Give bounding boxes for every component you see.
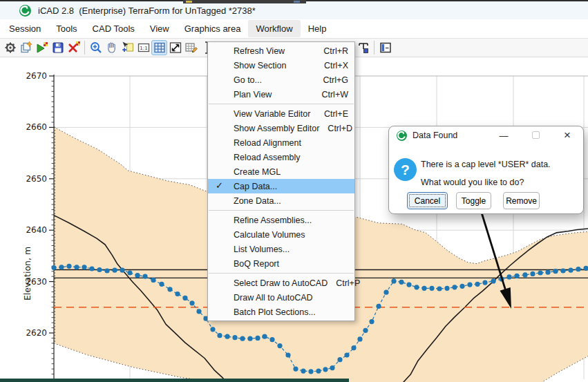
menu-item-label: Go to... bbox=[234, 75, 262, 85]
menu-item-label: Refine Assemblies... bbox=[234, 216, 312, 225]
menu-item-label: Show Section bbox=[234, 61, 286, 70]
taskbar-strip bbox=[0, 379, 349, 382]
dialog-message-line1: There is a cap level *USER* data. bbox=[421, 160, 551, 169]
menu-item-shortcut: Ctrl+R bbox=[315, 46, 348, 56]
data-found-dialog: Data Found — × ? There is a cap level *U… bbox=[388, 126, 584, 214]
menu-item-label: View Variable Editor bbox=[234, 109, 310, 119]
menu-item-label: Show Assembly Editor bbox=[234, 124, 319, 133]
menu-item-shortcut: Ctrl+E bbox=[316, 109, 348, 119]
menu-item-plan-view[interactable]: Plan ViewCtrl+W bbox=[208, 87, 354, 102]
menu-item-label: Plan View bbox=[234, 90, 272, 99]
menu-separator bbox=[209, 104, 354, 104]
maximize-icon bbox=[520, 131, 551, 141]
menu-item-label: Zone Data... bbox=[234, 196, 281, 206]
fragment-speck bbox=[186, 1, 192, 3]
svg-text:2640: 2640 bbox=[26, 225, 47, 235]
menu-item-shortcut: Ctrl+D bbox=[319, 124, 352, 133]
dialog-title: Data Found bbox=[412, 131, 457, 140]
menu-item-reload-alignment[interactable]: Reload Alignment bbox=[208, 135, 354, 150]
menu-separator bbox=[209, 273, 354, 274]
menu-item-list-volumes[interactable]: List Volumes... bbox=[208, 242, 354, 256]
menu-item-reload-assembly[interactable]: Reload Assembly bbox=[208, 150, 354, 164]
menu-item-label: Batch Plot Sections... bbox=[234, 307, 316, 317]
menu-item-label: Cap Data... bbox=[234, 182, 277, 191]
cancel-button[interactable]: Cancel bbox=[407, 192, 448, 209]
dialog-title-bar[interactable]: Data Found — × bbox=[389, 126, 583, 144]
menu-item-label: List Volumes... bbox=[234, 245, 290, 254]
app-icon bbox=[397, 131, 407, 141]
menu-item-boq-report[interactable]: BoQ Report bbox=[208, 256, 354, 271]
menu-item-label: Create MGL bbox=[234, 167, 281, 177]
menu-item-go-to[interactable]: Go to...Ctrl+G bbox=[208, 73, 354, 87]
menu-item-refresh-view[interactable]: Refresh ViewCtrl+R bbox=[208, 44, 354, 58]
menu-item-create-mgl[interactable]: Create MGL bbox=[208, 164, 354, 179]
menu-item-label: BoQ Report bbox=[234, 259, 279, 269]
menu-item-batch-plot-sections[interactable]: Batch Plot Sections... bbox=[208, 305, 354, 319]
svg-text:2620: 2620 bbox=[26, 328, 47, 338]
menu-item-refine-assemblies[interactable]: Refine Assemblies... bbox=[208, 213, 354, 227]
menu-item-shortcut: Ctrl+G bbox=[315, 75, 348, 85]
menu-item-view-variable-editor[interactable]: View Variable EditorCtrl+E bbox=[208, 106, 354, 121]
remove-button[interactable]: Remove bbox=[503, 192, 540, 209]
menu-separator bbox=[209, 210, 354, 211]
menu-item-select-draw-to-autocad[interactable]: Select Draw to AutoCADCtrl+P bbox=[208, 276, 354, 290]
svg-text:2670: 2670 bbox=[26, 71, 47, 81]
menu-item-zone-data[interactable]: Zone Data... bbox=[208, 193, 354, 208]
menu-item-shortcut: Ctrl+X bbox=[316, 61, 348, 70]
svg-text:2650: 2650 bbox=[26, 174, 47, 184]
menu-item-label: Draw All to AutoCAD bbox=[234, 293, 313, 303]
app-window: 267026602650264026302620Elevation, m iCA… bbox=[0, 0, 588, 382]
menu-item-shortcut: Ctrl+W bbox=[313, 90, 348, 99]
fragment-speck bbox=[294, 1, 300, 3]
toggle-button[interactable]: Toggle bbox=[456, 192, 491, 209]
menu-item-shortcut: Ctrl+P bbox=[328, 278, 360, 288]
menu-item-draw-all-to-autocad[interactable]: Draw All to AutoCAD bbox=[208, 290, 354, 305]
dialog-window-controls: — × bbox=[488, 128, 583, 142]
menu-item-label: Select Draw to AutoCAD bbox=[234, 278, 328, 288]
menu-item-label: Calculate Volumes bbox=[234, 230, 305, 240]
menu-item-show-section[interactable]: Show SectionCtrl+X bbox=[208, 58, 354, 73]
menu-item-label: Reload Assembly bbox=[234, 153, 301, 162]
menu-item-cap-data[interactable]: ✓Cap Data... bbox=[208, 179, 354, 193]
background-window-fragment bbox=[183, 0, 306, 3]
svg-text:Elevation, m: Elevation, m bbox=[22, 247, 32, 300]
menu-item-calculate-volumes[interactable]: Calculate Volumes bbox=[208, 227, 354, 242]
svg-text:2660: 2660 bbox=[26, 122, 47, 132]
workflow-dropdown-menu: Refresh ViewCtrl+RShow SectionCtrl+XGo t… bbox=[207, 41, 355, 321]
menu-item-label: Reload Alignment bbox=[234, 138, 301, 148]
menu-item-show-assembly-editor[interactable]: Show Assembly EditorCtrl+D bbox=[208, 121, 354, 135]
close-icon[interactable]: × bbox=[551, 128, 583, 142]
checkmark-icon: ✓ bbox=[216, 180, 223, 191]
question-icon: ? bbox=[394, 158, 417, 181]
minimize-icon[interactable]: — bbox=[488, 131, 520, 141]
dialog-message-line2: What would you like to do? bbox=[421, 178, 524, 187]
menu-item-label: Refresh View bbox=[234, 46, 285, 56]
